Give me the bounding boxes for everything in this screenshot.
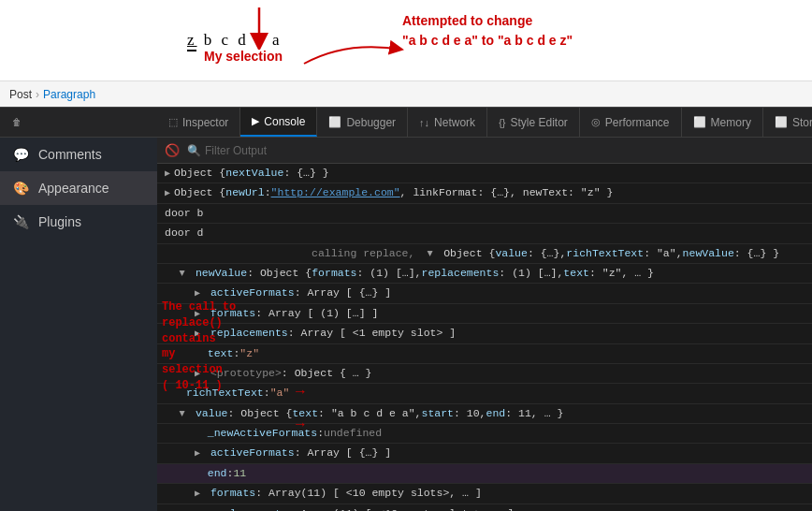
left-sidebar: 🗑 💬 Comments 🎨 Appearance 🔌 Plugins xyxy=(0,108,157,511)
comments-icon: 💬 xyxy=(13,147,29,162)
console-line[interactable]: ▶ replacements : Array [ <1 empty slot> … xyxy=(157,324,812,343)
expand-icon[interactable]: ▶ xyxy=(195,485,200,502)
console-line[interactable]: calling replace, ▶ Object { value : {…},… xyxy=(157,244,812,264)
page-content-text: z xyxy=(187,31,197,49)
debugger-icon: ⬜ xyxy=(328,116,341,128)
clear-button[interactable]: 🚫 xyxy=(165,143,180,157)
expand-icon[interactable]: ▶ xyxy=(195,305,200,322)
console-line: text : "z" xyxy=(157,344,812,364)
console-line[interactable]: ▶ value : Object { text : "a b c d e a",… xyxy=(157,404,812,424)
expand-icon[interactable]: ▶ xyxy=(165,165,170,182)
expand-icon[interactable]: ▶ xyxy=(195,285,200,301)
breadcrumb-separator: › xyxy=(36,88,39,101)
console-line: richTextText : "a" xyxy=(157,384,812,403)
my-selection-annotation: My selection xyxy=(204,49,283,64)
console-line[interactable]: ▶ activeFormats : Array [ {…} ] xyxy=(157,444,812,463)
expand-icon[interactable]: ▶ xyxy=(174,411,191,416)
performance-icon: ◎ xyxy=(591,116,601,128)
console-line[interactable]: ▶ Object { newUrl : "http://example.com"… xyxy=(157,183,812,203)
sidebar-label-plugins: Plugins xyxy=(38,214,81,229)
console-toolbar: 🚫 🔍 Filter Output xyxy=(157,138,812,164)
style-editor-icon: {} xyxy=(499,117,505,128)
tab-console[interactable]: ▶ Console xyxy=(240,108,317,137)
appearance-icon: 🎨 xyxy=(13,181,29,196)
memory-icon: ⬜ xyxy=(693,116,706,128)
console-line: door b xyxy=(157,204,812,224)
expand-icon[interactable]: ▶ xyxy=(195,445,200,461)
expand-icon[interactable]: ▶ xyxy=(422,251,439,256)
expand-icon[interactable]: ▶ xyxy=(195,505,200,511)
network-icon: ↑↓ xyxy=(419,117,429,128)
browser-preview: z b c d e a My selection xyxy=(0,0,812,108)
expand-icon[interactable]: ▶ xyxy=(165,184,170,201)
sidebar-item-plugins[interactable]: 🔌 Plugins xyxy=(0,205,157,239)
devtools-panel: 🗑 💬 Comments 🎨 Appearance 🔌 Plugins ⬚ In… xyxy=(0,108,812,511)
tab-memory[interactable]: ⬜ Memory xyxy=(682,108,763,137)
tab-inspector[interactable]: ⬚ Inspector xyxy=(157,108,240,137)
filter-output-label: 🔍 Filter Output xyxy=(187,144,267,157)
devtools-tabs-bar: ⬚ Inspector ▶ Console ⬜ Debugger ↑↓ Netw… xyxy=(157,108,812,138)
console-line: _newActiveFormats : undefined xyxy=(157,424,812,444)
breadcrumb-post[interactable]: Post xyxy=(9,88,32,101)
console-line-end: end : 11 xyxy=(157,464,812,484)
expand-icon[interactable]: ▶ xyxy=(195,365,200,382)
console-icon: ▶ xyxy=(252,115,259,127)
plugins-icon: 🔌 xyxy=(13,214,29,229)
storage-icon: ⬜ xyxy=(775,116,788,128)
tab-network[interactable]: ↑↓ Network xyxy=(408,108,487,137)
console-line[interactable]: ▶ replacements : Array(11) [ <10 empty s… xyxy=(157,504,812,511)
expand-icon[interactable]: ▶ xyxy=(195,325,200,342)
console-line[interactable]: ▶ <prototype> : Object { … } xyxy=(157,364,812,384)
sidebar-label-comments: Comments xyxy=(38,147,102,162)
devtools-main: ⬚ Inspector ▶ Console ⬜ Debugger ↑↓ Netw… xyxy=(157,108,812,511)
console-line[interactable]: ▶ formats : Array(11) [ <10 empty slots>… xyxy=(157,484,812,504)
expand-icon[interactable]: ▶ xyxy=(174,270,191,276)
console-output[interactable]: The call toreplace()containsmyselection(… xyxy=(157,164,812,511)
console-line[interactable]: ▶ formats : Array [ (1) […] ] xyxy=(157,304,812,324)
attempted-change-annotation: Attempted to change "a b c d e a" to "a … xyxy=(402,11,573,51)
breadcrumb: Post › Paragraph xyxy=(0,80,812,107)
sidebar-item-appearance[interactable]: 🎨 Appearance xyxy=(0,171,157,205)
inspector-icon: ⬚ xyxy=(168,116,178,128)
tab-storage[interactable]: ⬜ Storage xyxy=(763,108,812,137)
console-line[interactable]: ▶ newValue : Object { formats : (1) […],… xyxy=(157,264,812,284)
breadcrumb-paragraph[interactable]: Paragraph xyxy=(43,88,95,101)
toolbar-icon-1[interactable]: 🗑 xyxy=(7,113,26,132)
sidebar-item-comments[interactable]: 💬 Comments xyxy=(0,138,157,171)
tab-debugger[interactable]: ⬜ Debugger xyxy=(317,108,408,137)
sidebar-label-appearance: Appearance xyxy=(38,181,109,196)
console-line: door d xyxy=(157,224,812,243)
tab-style-editor[interactable]: {} Style Editor xyxy=(487,108,580,137)
console-line[interactable]: ▶ Object { nextValue : {…} } xyxy=(157,164,812,183)
console-line[interactable]: ▶ activeFormats : Array [ {…} ] xyxy=(157,284,812,303)
tab-performance[interactable]: ◎ Performance xyxy=(580,108,682,137)
